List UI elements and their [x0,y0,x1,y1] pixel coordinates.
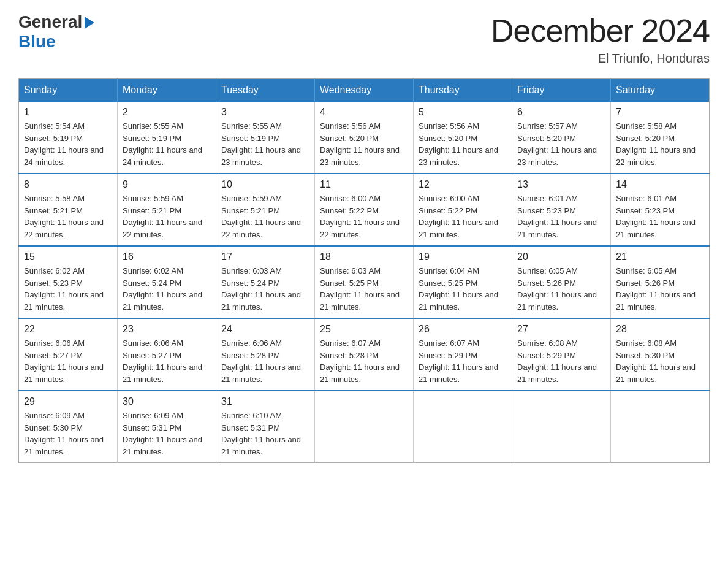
day-info: Sunrise: 5:55 AM Sunset: 5:19 PM Dayligh… [123,120,211,168]
calendar-cell: 31 Sunrise: 6:10 AM Sunset: 5:31 PM Dayl… [216,391,315,463]
day-number: 4 [320,107,408,118]
calendar-cell: 27 Sunrise: 6:08 AM Sunset: 5:29 PM Dayl… [512,318,611,391]
day-info: Sunrise: 5:59 AM Sunset: 5:21 PM Dayligh… [123,193,211,240]
day-info: Sunrise: 6:06 AM Sunset: 5:27 PM Dayligh… [24,337,112,385]
calendar-cell: 3 Sunrise: 5:55 AM Sunset: 5:19 PM Dayli… [216,102,315,174]
day-info: Sunrise: 6:00 AM Sunset: 5:22 PM Dayligh… [419,193,507,240]
day-header-monday: Monday [118,79,216,102]
day-info: Sunrise: 5:56 AM Sunset: 5:20 PM Dayligh… [320,120,408,168]
calendar-cell: 21 Sunrise: 6:05 AM Sunset: 5:26 PM Dayl… [611,246,710,318]
logo-chevron-icon [85,17,94,29]
day-info: Sunrise: 6:08 AM Sunset: 5:29 PM Dayligh… [517,337,605,385]
day-number: 17 [221,251,309,262]
day-number: 20 [517,251,605,262]
day-info: Sunrise: 6:06 AM Sunset: 5:27 PM Dayligh… [123,337,211,385]
day-number: 10 [221,179,309,190]
title-section: December 2024 El Triunfo, Honduras [491,12,710,66]
day-info: Sunrise: 5:56 AM Sunset: 5:20 PM Dayligh… [419,120,507,168]
day-number: 6 [517,107,605,118]
day-number: 3 [221,107,309,118]
day-info: Sunrise: 5:57 AM Sunset: 5:20 PM Dayligh… [517,120,605,168]
day-number: 19 [419,251,507,262]
day-number: 27 [517,324,605,335]
calendar-cell: 5 Sunrise: 5:56 AM Sunset: 5:20 PM Dayli… [414,102,512,174]
calendar-cell: 17 Sunrise: 6:03 AM Sunset: 5:24 PM Dayl… [216,246,315,318]
calendar-cell [315,391,414,463]
calendar-cell: 9 Sunrise: 5:59 AM Sunset: 5:21 PM Dayli… [118,174,216,246]
page-header: General Blue December 2024 El Triunfo, H… [18,12,710,66]
month-title: December 2024 [491,12,710,49]
day-header-saturday: Saturday [611,79,710,102]
day-number: 26 [419,324,507,335]
calendar-cell: 20 Sunrise: 6:05 AM Sunset: 5:26 PM Dayl… [512,246,611,318]
day-info: Sunrise: 6:09 AM Sunset: 5:31 PM Dayligh… [123,410,211,458]
calendar-table: SundayMondayTuesdayWednesdayThursdayFrid… [18,78,710,463]
calendar-cell: 1 Sunrise: 5:54 AM Sunset: 5:19 PM Dayli… [19,102,118,174]
day-number: 2 [123,107,211,118]
calendar-cell: 29 Sunrise: 6:09 AM Sunset: 5:30 PM Dayl… [19,391,118,463]
day-info: Sunrise: 6:01 AM Sunset: 5:23 PM Dayligh… [517,193,605,240]
calendar-cell: 11 Sunrise: 6:00 AM Sunset: 5:22 PM Dayl… [315,174,414,246]
day-info: Sunrise: 6:05 AM Sunset: 5:26 PM Dayligh… [616,265,704,313]
calendar-cell: 24 Sunrise: 6:06 AM Sunset: 5:28 PM Dayl… [216,318,315,391]
calendar-cell: 14 Sunrise: 6:01 AM Sunset: 5:23 PM Dayl… [611,174,710,246]
location-title: El Triunfo, Honduras [491,52,710,66]
calendar-week-row: 1 Sunrise: 5:54 AM Sunset: 5:19 PM Dayli… [19,102,710,174]
day-info: Sunrise: 6:08 AM Sunset: 5:30 PM Dayligh… [616,337,704,385]
calendar-week-row: 29 Sunrise: 6:09 AM Sunset: 5:30 PM Dayl… [19,391,710,463]
day-number: 29 [24,396,112,407]
day-number: 1 [24,107,112,118]
day-info: Sunrise: 6:10 AM Sunset: 5:31 PM Dayligh… [221,410,309,458]
day-number: 5 [419,107,507,118]
day-info: Sunrise: 6:04 AM Sunset: 5:25 PM Dayligh… [419,265,507,313]
day-info: Sunrise: 5:55 AM Sunset: 5:19 PM Dayligh… [221,120,309,168]
day-number: 16 [123,251,211,262]
calendar-cell: 6 Sunrise: 5:57 AM Sunset: 5:20 PM Dayli… [512,102,611,174]
day-number: 24 [221,324,309,335]
day-number: 28 [616,324,704,335]
day-info: Sunrise: 6:02 AM Sunset: 5:23 PM Dayligh… [24,265,112,313]
day-info: Sunrise: 6:07 AM Sunset: 5:28 PM Dayligh… [320,337,408,385]
calendar-cell: 22 Sunrise: 6:06 AM Sunset: 5:27 PM Dayl… [19,318,118,391]
calendar-cell: 7 Sunrise: 5:58 AM Sunset: 5:20 PM Dayli… [611,102,710,174]
day-info: Sunrise: 5:54 AM Sunset: 5:19 PM Dayligh… [24,120,112,168]
calendar-cell: 13 Sunrise: 6:01 AM Sunset: 5:23 PM Dayl… [512,174,611,246]
calendar-cell: 25 Sunrise: 6:07 AM Sunset: 5:28 PM Dayl… [315,318,414,391]
day-info: Sunrise: 6:03 AM Sunset: 5:25 PM Dayligh… [320,265,408,313]
calendar-week-row: 22 Sunrise: 6:06 AM Sunset: 5:27 PM Dayl… [19,318,710,391]
calendar-week-row: 15 Sunrise: 6:02 AM Sunset: 5:23 PM Dayl… [19,246,710,318]
calendar-cell: 15 Sunrise: 6:02 AM Sunset: 5:23 PM Dayl… [19,246,118,318]
day-header-sunday: Sunday [19,79,118,102]
day-number: 12 [419,179,507,190]
calendar-cell: 10 Sunrise: 5:59 AM Sunset: 5:21 PM Dayl… [216,174,315,246]
calendar-cell: 8 Sunrise: 5:58 AM Sunset: 5:21 PM Dayli… [19,174,118,246]
day-info: Sunrise: 5:58 AM Sunset: 5:20 PM Dayligh… [616,120,704,168]
day-info: Sunrise: 6:05 AM Sunset: 5:26 PM Dayligh… [517,265,605,313]
day-number: 18 [320,251,408,262]
day-info: Sunrise: 5:59 AM Sunset: 5:21 PM Dayligh… [221,193,309,240]
day-info: Sunrise: 5:58 AM Sunset: 5:21 PM Dayligh… [24,193,112,240]
day-number: 21 [616,251,704,262]
calendar-cell [611,391,710,463]
day-number: 23 [123,324,211,335]
day-number: 13 [517,179,605,190]
day-info: Sunrise: 6:06 AM Sunset: 5:28 PM Dayligh… [221,337,309,385]
day-number: 31 [221,396,309,407]
calendar-header-row: SundayMondayTuesdayWednesdayThursdayFrid… [19,79,710,102]
day-info: Sunrise: 6:02 AM Sunset: 5:24 PM Dayligh… [123,265,211,313]
calendar-cell [414,391,512,463]
day-header-thursday: Thursday [414,79,512,102]
calendar-cell: 12 Sunrise: 6:00 AM Sunset: 5:22 PM Dayl… [414,174,512,246]
calendar-cell: 18 Sunrise: 6:03 AM Sunset: 5:25 PM Dayl… [315,246,414,318]
day-number: 14 [616,179,704,190]
logo-general-text: General [18,12,82,32]
day-info: Sunrise: 6:09 AM Sunset: 5:30 PM Dayligh… [24,410,112,458]
day-number: 8 [24,179,112,190]
day-info: Sunrise: 6:01 AM Sunset: 5:23 PM Dayligh… [616,193,704,240]
calendar-week-row: 8 Sunrise: 5:58 AM Sunset: 5:21 PM Dayli… [19,174,710,246]
calendar-cell: 4 Sunrise: 5:56 AM Sunset: 5:20 PM Dayli… [315,102,414,174]
calendar-cell: 23 Sunrise: 6:06 AM Sunset: 5:27 PM Dayl… [118,318,216,391]
calendar-cell [512,391,611,463]
calendar-cell: 26 Sunrise: 6:07 AM Sunset: 5:29 PM Dayl… [414,318,512,391]
calendar-cell: 2 Sunrise: 5:55 AM Sunset: 5:19 PM Dayli… [118,102,216,174]
